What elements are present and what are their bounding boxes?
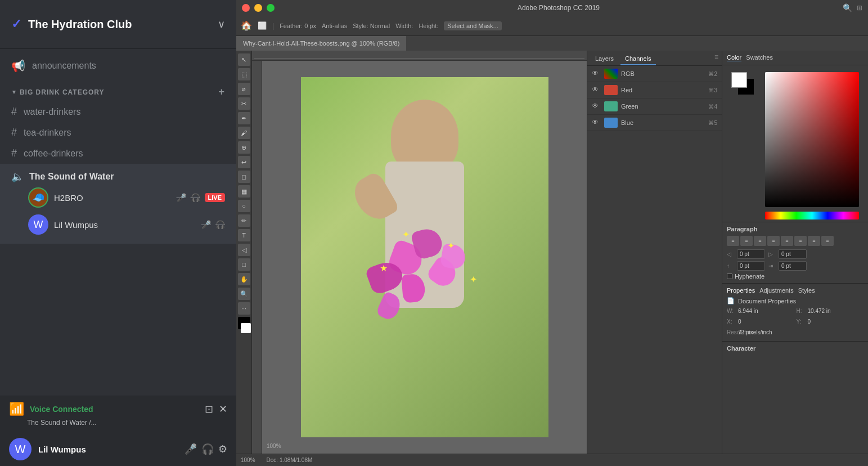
live-badge: LIVE (205, 193, 225, 202)
ps-pen-tool[interactable]: ✏ (238, 214, 250, 227)
layer-thumb-rgb (604, 69, 618, 79)
ps-hyphenate-checkbox[interactable] (727, 274, 732, 279)
ps-first-indent-input[interactable] (779, 261, 807, 271)
category-big-drink[interactable]: ▼ BIG DRINK CATEGORY + (0, 77, 236, 101)
ps-swatches-tab[interactable]: Swatches (746, 54, 773, 61)
ps-search-icon[interactable]: 🔍 (843, 3, 852, 12)
ps-fg-bg-swatches[interactable] (731, 72, 754, 95)
ruler-ticks-h (254, 52, 584, 60)
ps-rect-select-icon[interactable]: ⬜ (258, 21, 267, 30)
ps-eraser-tool[interactable]: ◻ (238, 171, 250, 183)
ps-move-tool[interactable]: ↖ (238, 53, 250, 66)
disconnect-button[interactable]: ✕ (219, 403, 227, 415)
ps-layer-row-blue[interactable]: 👁 Blue ⌘5 (587, 115, 722, 131)
ps-dodge-tool[interactable]: ○ (238, 200, 250, 212)
ps-x-key: X: (727, 319, 736, 325)
mute-toggle-button[interactable]: 🎤 (185, 443, 197, 455)
horizontal-ruler (252, 51, 587, 61)
ps-properties-tab[interactable]: Properties (727, 287, 755, 294)
hash-icon: # (11, 106, 17, 118)
ps-maximize-button[interactable] (267, 4, 275, 12)
ps-zoom-more[interactable]: ··· (238, 302, 250, 315)
ps-justify-full[interactable]: ≡ (821, 236, 834, 246)
category-label: BIG DRINK CATEGORY (20, 88, 105, 96)
voice-channel-sound-of-water[interactable]: 🔈 The Sound of Water 🧢 H2BRO 🎤 🎧 LIVE W (0, 164, 236, 244)
channel-name: water-drinkers (24, 107, 80, 117)
ps-zoom-tool[interactable]: 🔍 (238, 288, 250, 300)
ps-crop-tool[interactable]: ✂ (238, 97, 250, 110)
ps-justify-center[interactable]: ≡ (781, 236, 793, 246)
eye-icon-blue[interactable]: 👁 (592, 118, 601, 127)
ps-color-gradient[interactable] (765, 72, 859, 207)
layer-thumb-green (604, 101, 618, 111)
ps-eyedropper-tool[interactable]: ✒ (238, 112, 250, 124)
ps-hue-slider[interactable] (765, 212, 859, 219)
ps-select-mask-btn[interactable]: Select and Mask... (444, 21, 502, 30)
sparkle-2: ✦ (447, 240, 455, 251)
channel-item-water-drinkers[interactable]: # water-drinkers (0, 101, 236, 122)
ps-justify-all[interactable]: ≡ (794, 236, 807, 246)
screen-share-button[interactable]: ⊡ (205, 403, 213, 415)
ps-panel-menu-icon[interactable]: ≡ (714, 53, 718, 65)
ps-type-tool[interactable]: T (238, 229, 250, 241)
eye-icon-rgb[interactable]: 👁 (592, 69, 601, 78)
voice-connected-bar: 📶 Voice Connected ⊡ ✕ The Sound of Water… (0, 396, 236, 432)
ps-styles-tab[interactable]: Styles (798, 287, 815, 294)
ps-color-tab[interactable]: Color (727, 54, 741, 61)
server-header[interactable]: ✓ The Hydration Club ∨ (0, 0, 236, 49)
ps-background-color[interactable] (241, 323, 251, 333)
deafen-icon: 🎧 (191, 193, 200, 202)
ps-align-left[interactable]: ≡ (727, 236, 739, 246)
ps-layers-tab[interactable]: Layers (591, 53, 618, 65)
sparkle-3: ★ (380, 263, 388, 274)
ps-top-toolbar[interactable]: 🏠 ⬜ | Feather: 0 px Anti-alias Style: No… (236, 16, 868, 36)
canvas-with-rulers: ✦ ✦ ★ ✦ 100% (252, 51, 587, 454)
chevron-down-icon[interactable]: ∨ (218, 18, 225, 30)
ps-history-brush-tool[interactable]: ↩ (238, 156, 250, 168)
ps-fg-swatch[interactable] (731, 72, 747, 88)
ps-path-select-tool[interactable]: ◁ (238, 244, 250, 256)
eye-icon-green[interactable]: 👁 (592, 102, 601, 111)
ps-window-controls[interactable]: ⊞ (857, 4, 862, 12)
ps-marquee-tool[interactable]: ⬚ (238, 68, 250, 80)
ps-clone-tool[interactable]: ⊕ (238, 141, 250, 154)
ps-space-before-input[interactable] (737, 261, 765, 271)
ps-hand-tool[interactable]: ✋ (238, 273, 250, 285)
ps-layer-row-rgb[interactable]: 👁 RGB ⌘2 (587, 66, 722, 82)
ps-minimize-button[interactable] (254, 4, 262, 12)
ps-channels-tab[interactable]: Channels (620, 53, 655, 65)
ps-prop-resolution: Resolution: 72 pixels/inch (727, 329, 863, 335)
channel-item-coffee-drinkers[interactable]: # coffee-drinkers (0, 143, 236, 164)
eye-icon-red[interactable]: 👁 (592, 86, 601, 95)
voice-icons-h2bro: 🎤 🎧 LIVE (177, 193, 225, 202)
ps-close-button[interactable] (242, 4, 250, 12)
ps-brush-tool[interactable]: 🖌 (238, 127, 250, 139)
ps-justify-left[interactable]: ≡ (767, 236, 780, 246)
user-settings-button[interactable]: ⚙ (218, 443, 227, 455)
ps-align-right[interactable]: ≡ (754, 236, 766, 246)
ps-indent-right-icon: ▷ (768, 251, 775, 257)
ps-justify-right[interactable]: ≡ (808, 236, 820, 246)
ps-active-tab[interactable]: Why-Cant-I-Hold-All-These-boosts.png @ 1… (236, 36, 407, 51)
member-name-lil-wumpus: Lil Wumpus (54, 220, 196, 230)
ps-statusbar: 100% Doc: 1.08M/1.08M (236, 454, 868, 466)
channel-item-tea-drinkers[interactable]: # tea-drinkers (0, 122, 236, 143)
ps-adjustments-tab[interactable]: Adjustments (759, 287, 794, 294)
ps-home-icon[interactable]: 🏠 (241, 20, 252, 31)
ps-gradient-tool[interactable]: ▦ (238, 185, 250, 198)
ps-x-value: 0 (738, 319, 794, 325)
ps-align-center[interactable]: ≡ (740, 236, 753, 246)
ps-layer-row-green[interactable]: 👁 Green ⌘4 (587, 98, 722, 115)
channel-item-announcements[interactable]: 📢 announcements (0, 55, 236, 77)
ps-canvas-area[interactable]: ✦ ✦ ★ ✦ 100% (262, 61, 587, 454)
member-name-h2bro: H2BRO (54, 193, 171, 203)
add-channel-button[interactable]: + (218, 86, 225, 98)
ps-layer-row-red[interactable]: 👁 Red ⌘3 (587, 82, 722, 98)
ps-shape-tool[interactable]: □ (238, 258, 250, 271)
ps-indent-left-input[interactable] (737, 249, 765, 259)
server-check-icon: ✓ (11, 17, 21, 32)
ps-lasso-tool[interactable]: ⌀ (238, 83, 250, 95)
ps-feather-label: Feather: 0 px (280, 23, 316, 29)
ps-indent-right-input[interactable] (779, 249, 807, 259)
deafen-toggle-button[interactable]: 🎧 (201, 443, 214, 455)
